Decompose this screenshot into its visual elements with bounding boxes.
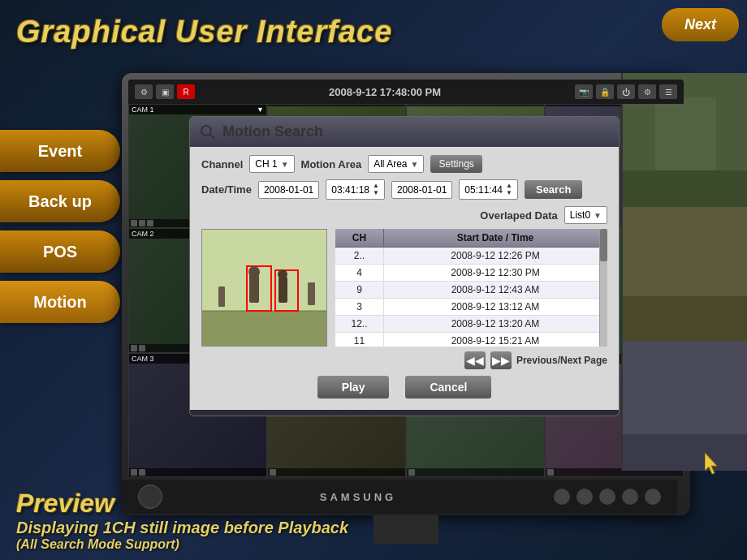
table-row-5[interactable]: 11 2008-9-12 15:21 AM [335,333,607,347]
table-header-row: CH Start Date / Time [335,229,607,248]
row1-dt: 2008-9-12 12:30 PM [384,265,607,281]
ctrl-btn-1[interactable] [554,489,570,505]
dialog-body: Channel CH 1 ▼ Motion Area All Area ▼ Se… [190,147,619,410]
cam-11-icon [408,469,415,476]
svg-rect-15 [655,97,716,170]
overlapped-select[interactable]: List0 ▼ [564,206,607,224]
cam-12-icon [547,469,554,476]
action-row: Play Cancel [201,376,607,398]
svg-point-0 [201,126,211,136]
row4-dt: 2008-9-12 13:20 AM [384,316,607,332]
spin-down: ▼ [373,190,379,196]
overlap-row: Overlaped Data List0 ▼ [201,206,607,224]
preview-thumbnail [201,229,327,347]
next-button[interactable]: Next [662,8,739,41]
table-row-3[interactable]: 3 2008-9-12 13:12 AM [335,299,607,316]
right-cam-2 [623,207,747,341]
row4-ch: 12.. [335,316,384,332]
right-cam-2-feed [623,207,747,341]
motion-search-dialog: Motion Search Channel CH 1 ▼ Motion Area… [189,116,620,416]
table-row-4[interactable]: 12.. 2008-9-12 13:20 AM [335,316,607,333]
row0-dt: 2008-9-12 12:26 PM [384,248,607,264]
spin-up2: ▲ [506,183,512,189]
table-row-1[interactable]: 4 2008-9-12 12:30 PM [335,265,607,282]
svg-rect-19 [623,434,747,471]
datetime-label: Date/Time [201,183,252,196]
settings-icon: ⚙ [135,84,153,99]
channel-select[interactable]: CH 1 ▼ [249,155,294,173]
table-row-0[interactable]: 2.. 2008-9-12 12:26 PM [335,248,607,265]
time-to-value: 05:11:44 [464,184,503,196]
table-row-2[interactable]: 9 2008-9-12 12:43 AM [335,282,607,299]
row2-ch: 9 [335,282,384,298]
cam-1-icon3 [147,220,153,226]
motion-area-select[interactable]: All Area ▼ [368,155,424,173]
motion-area-arrow: ▼ [411,160,419,169]
cancel-button[interactable]: Cancel [405,376,491,398]
svg-rect-7 [249,274,259,303]
svg-point-8 [248,266,260,278]
preview-section: Preview Displaying 1CH still image befor… [16,489,348,552]
page-title: Graphical User Interface [16,15,392,50]
dialog-titlebar: Motion Search [190,117,619,147]
cam-10-icon [270,469,276,476]
sidebar-btn-event[interactable]: Event [0,130,120,172]
time-to-input[interactable]: 05:11:44 ▲ ▼ [459,179,518,200]
sidebar-btn-motion[interactable]: Motion [0,281,120,323]
topbar-icons: ⚙ ▣ R [135,84,195,99]
gear-icon: ⚙ [638,84,656,99]
next-page-button[interactable]: ▶▶ [490,351,512,369]
table-scrollbar[interactable] [599,229,607,347]
menu-icon: ☰ [659,84,677,99]
ctrl-btn-3[interactable] [599,489,615,505]
ctrl-btn-4[interactable] [622,489,638,505]
row5-ch: 11 [335,333,384,347]
search-button[interactable]: Search [525,180,582,199]
monitor-control-buttons [554,489,661,505]
cam-10-bar [268,468,405,476]
date-to-value: 2008-01-01 [397,184,447,196]
dialog-content: CH Start Date / Time 2.. 2008-9-12 12:26… [201,229,607,347]
ctrl-btn-5[interactable] [645,489,661,505]
time-from-input[interactable]: 03:41:18 ▲ ▼ [326,179,385,200]
cam-5-icon [131,345,137,351]
prev-page-button[interactable]: ◀◀ [464,351,486,369]
overlapped-value: List0 [570,209,590,221]
topbar-right-icons: 📷 🔒 ⏻ ⚙ ☰ [575,84,677,99]
sidebar-btn-pos[interactable]: POS [0,230,120,273]
overlapped-arrow: ▼ [594,211,602,220]
right-cam-3 [623,341,747,471]
cursor-icon [705,453,721,476]
dialog-title: Motion Search [222,123,323,140]
overlapped-label: Overlaped Data [480,209,557,222]
motion-area-label: Motion Area [301,158,362,170]
settings-button[interactable]: Settings [430,155,481,173]
monitor-screen: ⚙ ▣ R 2008-9-12 17:48:00 PM 📷 🔒 ⏻ ⚙ ☰ CA… [128,80,684,477]
play-button[interactable]: Play [317,376,390,398]
preview-scene [202,230,327,347]
date-from-input[interactable]: 2008-01-01 [258,181,319,199]
svg-rect-14 [623,170,747,207]
ctrl-btn-2[interactable] [576,489,593,505]
cam-9-bar [129,468,266,476]
sidebar: Event Back up POS Motion [0,130,120,323]
results-table-container: CH Start Date / Time 2.. 2008-9-12 12:26… [335,229,607,347]
time-from-spinner[interactable]: ▲ ▼ [373,183,379,196]
scroll-thumb [600,229,607,261]
cam-1-icon1 [131,220,137,226]
row5-dt: 2008-9-12 15:21 AM [384,333,607,347]
motion-area-value: All Area [374,158,407,170]
row0-ch: 2.. [335,248,384,264]
time-from-value: 03:41:18 [331,184,369,196]
time-to-spinner[interactable]: ▲ ▼ [506,183,512,196]
channel-row: Channel CH 1 ▼ Motion Area All Area ▼ Se… [201,155,607,173]
pagination-label: Previous/Next Page [516,355,607,366]
cursor [705,453,721,479]
lock-icon: 🔒 [596,84,614,99]
svg-point-10 [278,269,287,279]
sidebar-btn-backup[interactable]: Back up [0,180,120,222]
spin-up: ▲ [373,183,379,189]
monitor-frame: ⚙ ▣ R 2008-9-12 17:48:00 PM 📷 🔒 ⏻ ⚙ ☰ CA… [122,73,690,515]
date-to-input[interactable]: 2008-01-01 [391,181,452,199]
rec-icon: R [177,84,195,99]
